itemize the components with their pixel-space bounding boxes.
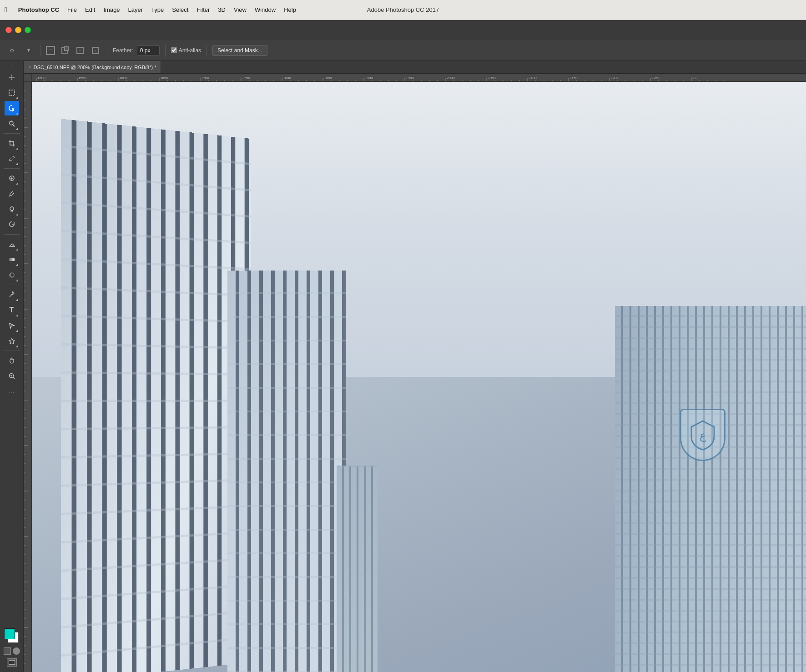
svg-point-2 bbox=[10, 121, 13, 125]
screen-mode[interactable] bbox=[7, 658, 17, 667]
crop-tool[interactable] bbox=[5, 136, 19, 150]
vertical-ruler bbox=[24, 82, 32, 672]
gradient-tool[interactable] bbox=[5, 252, 19, 267]
eraser-tool[interactable] bbox=[5, 237, 19, 251]
new-selection-btn[interactable]: □ bbox=[46, 46, 55, 55]
toolbar-divider-3 bbox=[4, 234, 20, 235]
anti-alias-label: Anti-alias bbox=[179, 47, 201, 54]
svg-point-17 bbox=[10, 274, 13, 276]
document-tab-name: DSC_6510.NEF @ 200% (Background copy, RG… bbox=[34, 65, 156, 70]
building-left bbox=[61, 119, 250, 672]
menu-layer[interactable]: Layer bbox=[128, 6, 143, 13]
toolbar-divider-2 bbox=[4, 168, 20, 169]
lasso-tool[interactable] bbox=[5, 101, 19, 115]
building-logo: ع bbox=[680, 409, 725, 461]
svg-line-5 bbox=[10, 121, 10, 122]
separator-1 bbox=[40, 45, 40, 56]
svg-point-11 bbox=[10, 207, 14, 211]
menu-view[interactable]: View bbox=[234, 6, 247, 13]
canvas-area: × DSC_6510.NEF @ 200% (Background copy, … bbox=[24, 61, 806, 672]
menu-edit[interactable]: Edit bbox=[85, 6, 95, 13]
svg-line-21 bbox=[13, 377, 15, 379]
clone-tool[interactable] bbox=[5, 202, 19, 216]
pen-tool[interactable] bbox=[5, 287, 19, 302]
svg-rect-0 bbox=[9, 90, 15, 95]
toolbar-scroll-top: « bbox=[5, 63, 19, 69]
document-tab[interactable]: × DSC_6510.NEF @ 200% (Background copy, … bbox=[24, 61, 161, 73]
svg-rect-15 bbox=[9, 258, 15, 261]
magic-wand-tool[interactable] bbox=[5, 116, 19, 131]
foreground-color[interactable] bbox=[4, 628, 15, 639]
svg-marker-19 bbox=[9, 338, 15, 344]
feather-label: Feather: bbox=[113, 47, 133, 54]
building-right: ع bbox=[615, 306, 806, 672]
toolbar-divider-1 bbox=[4, 133, 20, 134]
eyedropper-tool[interactable] bbox=[5, 151, 19, 166]
svg-line-6 bbox=[12, 157, 14, 159]
menu-file[interactable]: File bbox=[67, 6, 77, 13]
options-bar: ○ ▼ □ − × Feather: Anti-alias Select and… bbox=[0, 40, 806, 61]
toolbar-divider-5 bbox=[4, 351, 20, 351]
vertical-ruler-canvas bbox=[24, 82, 32, 672]
intersect-selection-btn[interactable]: × bbox=[90, 45, 101, 56]
svg-text:ع: ع bbox=[700, 430, 706, 442]
menu-type[interactable]: Type bbox=[151, 6, 164, 13]
menu-3d[interactable]: 3D bbox=[218, 6, 226, 13]
marquee-tool[interactable] bbox=[5, 85, 19, 100]
standard-mode[interactable] bbox=[4, 647, 11, 655]
traffic-light-bar bbox=[0, 20, 806, 40]
main-layout: « bbox=[0, 61, 806, 672]
apple-menu[interactable]:  bbox=[5, 6, 7, 14]
heal-tool[interactable] bbox=[5, 171, 19, 186]
svg-rect-12 bbox=[11, 211, 13, 212]
menu-select[interactable]: Select bbox=[172, 6, 188, 13]
menu-bar:  Photoshop CC File Edit Image Layer Typ… bbox=[0, 0, 806, 20]
canvas-content[interactable]: ع bbox=[32, 82, 806, 672]
menu-help[interactable]: Help bbox=[284, 6, 296, 13]
move-tool[interactable] bbox=[5, 70, 19, 85]
lasso-tool-option[interactable]: ○ bbox=[5, 43, 19, 58]
blur-tool[interactable] bbox=[5, 268, 19, 282]
close-button[interactable] bbox=[5, 27, 12, 33]
brush-tool[interactable] bbox=[5, 186, 19, 201]
ruler-corner bbox=[24, 74, 32, 82]
building-middle bbox=[227, 271, 346, 672]
separator-2 bbox=[107, 45, 107, 56]
minimize-button[interactable] bbox=[15, 27, 21, 33]
shape-tool[interactable] bbox=[5, 334, 19, 348]
path-select-tool[interactable] bbox=[5, 318, 19, 333]
history-brush-tool[interactable] bbox=[5, 217, 19, 232]
select-mask-button[interactable]: Select and Mask... bbox=[212, 45, 267, 56]
close-tab-icon[interactable]: × bbox=[28, 65, 31, 70]
menu-window[interactable]: Window bbox=[255, 6, 276, 13]
app-name[interactable]: Photoshop CC bbox=[18, 6, 59, 13]
separator-3 bbox=[165, 45, 166, 56]
zoom-tool[interactable] bbox=[5, 369, 19, 383]
toolbar-divider-4 bbox=[4, 285, 20, 285]
document-image: ع bbox=[32, 82, 806, 672]
color-swatches[interactable] bbox=[4, 628, 20, 644]
horizontal-ruler-canvas bbox=[32, 74, 806, 82]
anti-alias-wrap: Anti-alias bbox=[171, 47, 201, 54]
tab-strip: × DSC_6510.NEF @ 200% (Background copy, … bbox=[24, 61, 806, 74]
menu-image[interactable]: Image bbox=[103, 6, 120, 13]
window-title: Adobe Photoshop CC 2017 bbox=[367, 6, 439, 13]
menu-filter[interactable]: Filter bbox=[196, 6, 210, 13]
hand-tool[interactable] bbox=[5, 353, 19, 368]
type-tool[interactable]: T bbox=[5, 303, 19, 317]
building-connector bbox=[337, 466, 378, 672]
separator-4 bbox=[207, 45, 207, 56]
anti-alias-checkbox[interactable] bbox=[171, 47, 177, 53]
left-toolbar: « bbox=[0, 61, 24, 672]
add-selection-btn[interactable] bbox=[59, 45, 71, 56]
quick-mask-mode[interactable] bbox=[13, 647, 20, 655]
subtract-selection-btn[interactable]: − bbox=[74, 45, 86, 56]
lasso-dropdown[interactable]: ▼ bbox=[23, 45, 35, 56]
bottom-tools bbox=[4, 628, 20, 670]
traffic-lights bbox=[5, 27, 31, 33]
svg-point-7 bbox=[10, 160, 10, 161]
fullscreen-button[interactable] bbox=[25, 27, 31, 33]
feather-input[interactable] bbox=[137, 45, 160, 55]
extras-tool[interactable]: ··· bbox=[5, 384, 19, 399]
horizontal-ruler bbox=[32, 74, 806, 82]
